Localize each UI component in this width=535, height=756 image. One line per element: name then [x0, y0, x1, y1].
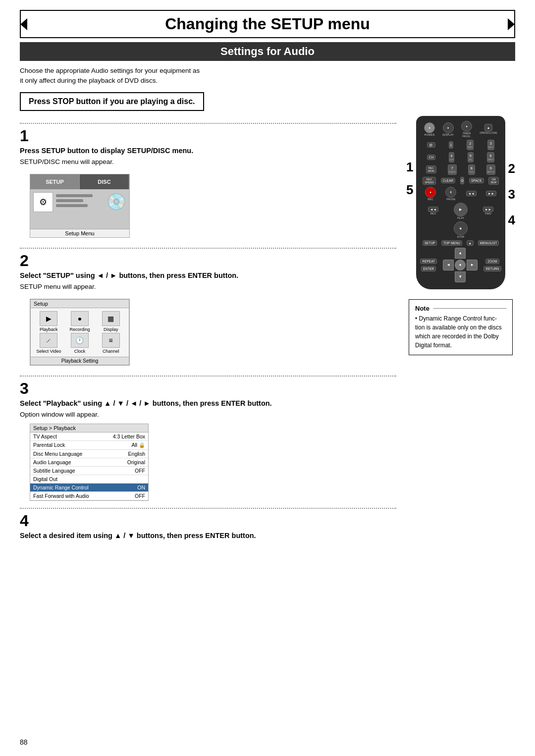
- opt-title: Setup > Playback: [30, 424, 148, 432]
- num-0-button[interactable]: 0: [460, 177, 464, 184]
- note-text: • Dynamic Range Control func- tion is av…: [415, 314, 506, 350]
- cmskip-button[interactable]: CMSKIP: [488, 177, 499, 185]
- setup-icon: ⚙: [33, 192, 53, 212]
- zoom-button[interactable]: ZOOM: [485, 259, 499, 264]
- setup-screen: SETUP DISC ⚙ 💿: [30, 174, 129, 229]
- return-button[interactable]: RETURN: [483, 266, 501, 271]
- page-title: Changing the SETUP menu: [165, 15, 370, 33]
- step-4-content: Select a desired item using ▲ / ▼ button…: [20, 531, 396, 540]
- num-4-button[interactable]: 4GH: [449, 152, 455, 162]
- skipfwd-btn-group: ►►: [486, 191, 496, 196]
- option-screenshot: Setup > Playback TV Aspect 4:3 Letter Bo…: [30, 424, 149, 501]
- setup-btn-group: SETUP: [423, 240, 437, 246]
- clear-button[interactable]: CLEAR: [441, 178, 456, 183]
- ch-button[interactable]: CH: [427, 155, 435, 160]
- menulist-button[interactable]: MENU/LIST: [478, 240, 499, 246]
- nav-left-button[interactable]: ◄: [443, 260, 454, 270]
- step-number-4: 4: [20, 513, 396, 529]
- play-label: PLAY: [457, 216, 464, 219]
- intro-text: Choose the appropriate Audio settings fo…: [20, 66, 515, 86]
- opt-label-digital: Digital Out: [33, 476, 57, 482]
- num-9-button[interactable]: 9WXYZ: [486, 164, 495, 175]
- nav-up-button[interactable]: ▲: [455, 248, 466, 259]
- num-5-button[interactable]: 5JKL: [468, 152, 474, 162]
- playback-row: ◄◄ REV ▶ PLAY ►► FWD: [420, 203, 501, 219]
- menu-line-2: [56, 199, 83, 202]
- skipback-btn-group: ◄◄: [466, 191, 477, 196]
- opt-row-subtitle: Subtitle Language OFF: [30, 467, 148, 475]
- opt-value-drc: ON: [137, 485, 145, 490]
- fwd-button[interactable]: ►►: [483, 207, 493, 212]
- right-step-numbers: 2 3 4: [508, 156, 515, 233]
- page-number: 88: [20, 738, 28, 746]
- opt-label-audio: Audio Language: [33, 459, 71, 465]
- rec-label: REC: [428, 198, 433, 201]
- pb-selectvideo-label: Select Video: [36, 349, 61, 354]
- pb-grid: ▶ Playback ● Recording ▦ Display: [31, 308, 129, 357]
- setup-tab: SETUP: [30, 174, 80, 189]
- num-3-button[interactable]: 3DEF: [487, 140, 494, 150]
- stop-button[interactable]: ■: [454, 221, 468, 235]
- num-7-button[interactable]: 7PQRS: [448, 164, 457, 175]
- num-7-group: 7PQRS: [448, 164, 457, 175]
- at-button[interactable]: @:: [427, 142, 435, 148]
- step-2-content: Select "SETUP" using ◄ / ► buttons, then…: [20, 270, 396, 369]
- pause-btn-group: ⏸ PAUSE: [445, 187, 456, 201]
- timer-button[interactable]: ●: [461, 121, 472, 132]
- power-button[interactable]: ●: [424, 122, 435, 133]
- num-2-button[interactable]: 2ABC: [467, 140, 474, 150]
- rec-monitor-button[interactable]: RECMON: [426, 165, 436, 173]
- nav-cross: ▲ ◄ ● ► ▼: [443, 248, 478, 282]
- nav-up-button-top[interactable]: ▲: [467, 240, 474, 246]
- display-button[interactable]: ●: [443, 122, 454, 133]
- num-8-button[interactable]: 8TUV: [468, 164, 475, 175]
- opt-row-drc: Dynamic Range Control ON: [30, 484, 148, 492]
- rev-button[interactable]: ◄◄: [428, 207, 438, 212]
- note-box: Note • Dynamic Range Control func- tion …: [409, 299, 513, 355]
- space-group: SPACE: [469, 178, 484, 183]
- display-label: DISPLAY: [442, 133, 454, 136]
- opt-label-parental: Parental Lock: [33, 442, 65, 448]
- step-3-desc: Option window will appear.: [20, 410, 396, 420]
- playback-screen: Setup ▶ Playback ● Recording ▦: [30, 299, 129, 365]
- rec-button[interactable]: ●: [425, 187, 436, 198]
- setup-button[interactable]: SETUP: [423, 240, 437, 246]
- pause-button[interactable]: ⏸: [445, 187, 456, 198]
- opt-row-digital: Digital Out: [30, 475, 148, 484]
- separator-3: [20, 376, 396, 377]
- step-number-1: 1: [20, 128, 396, 144]
- num-1-button[interactable]: 1: [449, 141, 453, 149]
- nav-down-button[interactable]: ▼: [455, 271, 466, 282]
- pb-title: Setup: [31, 300, 129, 308]
- openclose-button[interactable]: ▲: [484, 124, 492, 131]
- enter-button[interactable]: ENTER: [421, 266, 436, 271]
- play-button[interactable]: ▶: [454, 203, 468, 216]
- skipfwd-button[interactable]: ►►: [486, 191, 496, 196]
- step-num-1-side: 1: [406, 156, 413, 179]
- remote-with-steps: 1 5 ● POWER ● DISPL: [406, 116, 515, 289]
- pb-playback-label: Playback: [40, 327, 58, 332]
- rec-monitor-group: RECMON: [426, 165, 436, 173]
- recspeed-button[interactable]: RECSPEED: [423, 177, 436, 185]
- step-3-title: Select "Playback" using ▲ / ▼ / ◄ / ► bu…: [20, 398, 396, 408]
- skipback-button[interactable]: ◄◄: [466, 191, 477, 196]
- play-btn-group: ▶ PLAY: [454, 203, 468, 219]
- opt-label-subtitle: Subtitle Language: [33, 468, 75, 474]
- openclose-label: OPEN/CLOSE: [480, 131, 497, 134]
- opt-row-disc-menu: Disc Menu Language English: [30, 450, 148, 458]
- pb-display: ▦ Display: [96, 311, 126, 332]
- repeat-button[interactable]: REPEAT: [420, 259, 437, 264]
- recspeed-group: RECSPEED: [423, 177, 436, 185]
- num-6-button[interactable]: 6MNO: [487, 152, 495, 162]
- space-button[interactable]: SPACE: [469, 178, 484, 183]
- left-column: 1 Press SETUP button to display SETUP/DI…: [20, 116, 396, 546]
- main-content: 1 Press SETUP button to display SETUP/DI…: [20, 116, 515, 546]
- note-title: Note: [415, 305, 506, 312]
- stop-row: ■ STOP: [420, 221, 501, 238]
- press-stop-box: Press STOP button if you are playing a d…: [20, 92, 204, 111]
- nav-center-button[interactable]: ●: [455, 260, 466, 270]
- pb-recording: ● Recording: [65, 311, 95, 332]
- remote-control: ● POWER ● DISPLAY ● TIMERPROG.: [416, 116, 505, 289]
- nav-right-button[interactable]: ►: [467, 260, 478, 270]
- topmenu-button[interactable]: TOP MENU: [441, 240, 462, 246]
